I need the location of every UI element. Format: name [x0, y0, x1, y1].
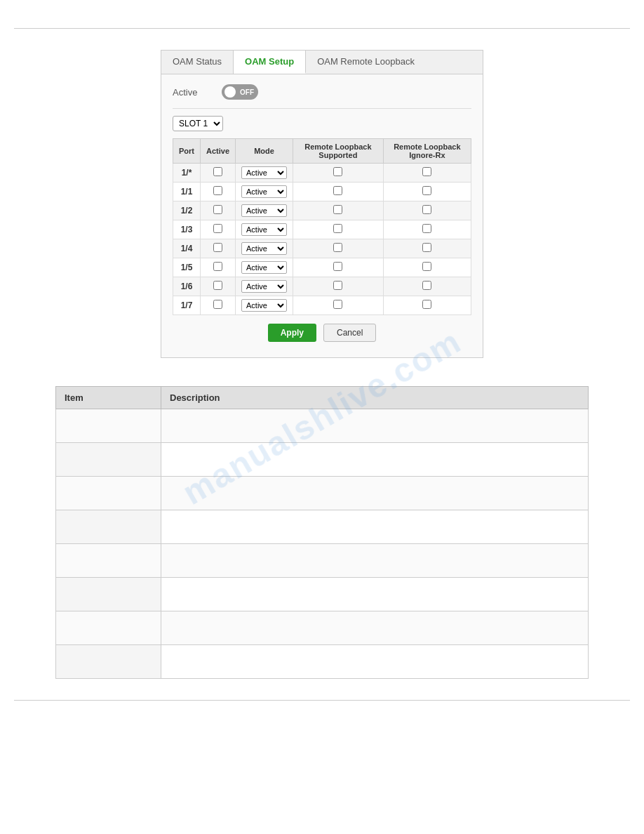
active-cell-3 [201, 220, 236, 239]
rl-supported-cell-0 [293, 164, 384, 183]
mode-select-0[interactable]: ActivePassive [241, 166, 287, 179]
port-cell-0: 1/* [173, 164, 201, 183]
desc-item-2 [56, 477, 161, 510]
rl-ignore-rx-checkbox-4[interactable] [422, 243, 431, 252]
rl-ignore-rx-cell-4 [383, 239, 471, 258]
rl-ignore-rx-cell-1 [383, 183, 471, 201]
port-cell-3: 1/3 [173, 220, 201, 239]
col-mode: Mode [236, 139, 293, 164]
rl-ignore-rx-checkbox-5[interactable] [422, 262, 431, 271]
mode-cell-2: ActivePassive [236, 201, 293, 220]
mode-cell-7: ActivePassive [236, 296, 293, 315]
rl-ignore-rx-checkbox-6[interactable] [422, 281, 431, 290]
oam-setup-table: Port Active Mode Remote Loopback Support… [173, 138, 471, 315]
rl-supported-cell-1 [293, 183, 384, 201]
slot-selector[interactable]: SLOT 1 [173, 116, 223, 131]
rl-ignore-rx-cell-6 [383, 277, 471, 296]
mode-select-5[interactable]: ActivePassive [241, 261, 287, 274]
mode-cell-0: ActivePassive [236, 164, 293, 183]
rl-ignore-rx-cell-2 [383, 201, 471, 220]
mode-cell-3: ActivePassive [236, 220, 293, 239]
desc-description-5 [161, 578, 589, 611]
rl-supported-checkbox-0[interactable] [333, 167, 342, 176]
rl-ignore-rx-checkbox-0[interactable] [422, 167, 431, 176]
active-cell-6 [201, 277, 236, 296]
desc-description-4 [161, 544, 589, 578]
rl-supported-checkbox-2[interactable] [333, 205, 342, 214]
active-checkbox-2[interactable] [213, 205, 222, 214]
mode-cell-4: ActivePassive [236, 239, 293, 258]
active-checkbox-7[interactable] [213, 300, 222, 309]
rl-supported-checkbox-3[interactable] [333, 224, 342, 233]
rl-ignore-rx-checkbox-7[interactable] [422, 300, 431, 309]
cancel-button[interactable]: Cancel [323, 324, 376, 342]
button-row: Apply Cancel [173, 315, 471, 348]
rl-supported-cell-6 [293, 277, 384, 296]
desc-description-0 [161, 409, 589, 443]
rl-ignore-rx-cell-5 [383, 258, 471, 277]
tab-oam-remote-loopback[interactable]: OAM Remote Loopback [306, 51, 426, 74]
rl-supported-checkbox-1[interactable] [333, 186, 342, 195]
table-row: 1/7ActivePassive [173, 296, 471, 315]
desc-item-6 [56, 611, 161, 645]
rl-supported-cell-3 [293, 220, 384, 239]
col-active: Active [201, 139, 236, 164]
active-checkbox-3[interactable] [213, 224, 222, 233]
active-label: Active [173, 87, 208, 98]
active-checkbox-6[interactable] [213, 281, 222, 290]
mode-cell-1: ActivePassive [236, 183, 293, 201]
active-checkbox-0[interactable] [213, 167, 222, 176]
col-port: Port [173, 139, 201, 164]
active-cell-0 [201, 164, 236, 183]
table-row: 1/*ActivePassive [173, 164, 471, 183]
desc-item-0 [56, 409, 161, 443]
rl-supported-checkbox-4[interactable] [333, 243, 342, 252]
desc-item-4 [56, 544, 161, 578]
col-rl-supported: Remote Loopback Supported [293, 139, 384, 164]
desc-description-2 [161, 477, 589, 510]
desc-item-7 [56, 645, 161, 679]
desc-table-row [56, 544, 589, 578]
rl-supported-checkbox-6[interactable] [333, 281, 342, 290]
port-cell-6: 1/6 [173, 277, 201, 296]
rl-ignore-rx-checkbox-3[interactable] [422, 224, 431, 233]
mode-select-4[interactable]: ActivePassive [241, 242, 287, 255]
rl-supported-cell-5 [293, 258, 384, 277]
active-cell-2 [201, 201, 236, 220]
port-cell-7: 1/7 [173, 296, 201, 315]
desc-table-row [56, 578, 589, 611]
table-row: 1/5ActivePassive [173, 258, 471, 277]
mode-select-1[interactable]: ActivePassive [241, 185, 287, 198]
mode-select-3[interactable]: ActivePassive [241, 223, 287, 236]
oam-tabs: OAM Status OAM Setup OAM Remote Loopback [161, 51, 483, 74]
rl-supported-cell-7 [293, 296, 384, 315]
tab-oam-status[interactable]: OAM Status [161, 51, 234, 74]
section-divider [173, 108, 471, 109]
active-checkbox-1[interactable] [213, 186, 222, 195]
tab-oam-setup[interactable]: OAM Setup [234, 51, 306, 74]
apply-button[interactable]: Apply [268, 324, 316, 342]
mode-select-2[interactable]: ActivePassive [241, 204, 287, 217]
rl-ignore-rx-checkbox-1[interactable] [422, 186, 431, 195]
desc-col-item: Item [56, 387, 161, 409]
desc-table-row [56, 611, 589, 645]
active-checkbox-4[interactable] [213, 243, 222, 252]
mode-cell-6: ActivePassive [236, 277, 293, 296]
rl-ignore-rx-checkbox-2[interactable] [422, 205, 431, 214]
desc-item-1 [56, 443, 161, 477]
active-checkbox-5[interactable] [213, 262, 222, 271]
active-toggle[interactable]: OFF [222, 84, 258, 100]
desc-table-row [56, 443, 589, 477]
desc-table-row [56, 645, 589, 679]
active-cell-5 [201, 258, 236, 277]
mode-select-6[interactable]: ActivePassive [241, 280, 287, 293]
description-table: Item Description [55, 386, 589, 679]
desc-item-3 [56, 510, 161, 544]
rl-supported-checkbox-7[interactable] [333, 300, 342, 309]
port-cell-4: 1/4 [173, 239, 201, 258]
rl-supported-checkbox-5[interactable] [333, 262, 342, 271]
mode-select-7[interactable]: ActivePassive [241, 299, 287, 312]
rl-supported-cell-2 [293, 201, 384, 220]
desc-table-row [56, 510, 589, 544]
bottom-divider [14, 700, 630, 701]
